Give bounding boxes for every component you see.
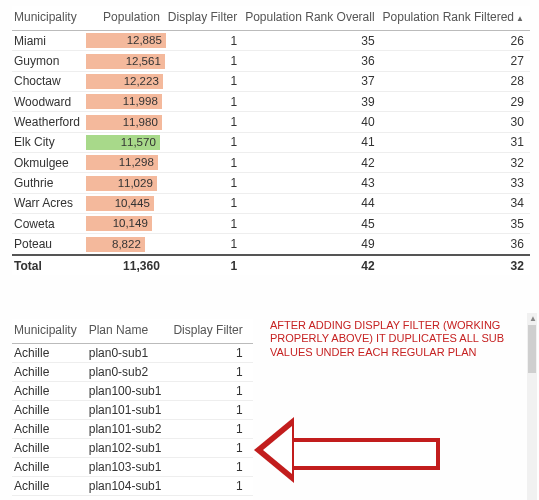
- cell-rank-filtered: 30: [381, 112, 530, 132]
- col-municipality[interactable]: Municipality: [12, 319, 87, 344]
- cell-rank-filtered: 34: [381, 193, 530, 213]
- table-row[interactable]: Achilleplan101-sub21: [12, 419, 253, 438]
- cell-filter: 1: [171, 381, 252, 400]
- cell-plan-name: plan102-sub1: [87, 438, 172, 457]
- sort-caret-icon: ▲: [516, 14, 524, 23]
- cell-plan-name: plan101-sub1: [87, 400, 172, 419]
- total-rank-filtered: 32: [381, 255, 530, 275]
- cell-rank-overall: 49: [243, 234, 380, 255]
- cell-municipality: Achille: [12, 400, 87, 419]
- cell-municipality: Elk City: [12, 132, 86, 152]
- cell-rank-filtered: 29: [381, 91, 530, 111]
- cell-municipality: Achille: [12, 362, 87, 381]
- cell-municipality: Achille: [12, 495, 87, 500]
- scroll-up-icon[interactable]: ▲: [529, 314, 537, 323]
- table-row[interactable]: Warr Acres10,44514434: [12, 193, 530, 213]
- table-row[interactable]: Miami12,88513526: [12, 31, 530, 51]
- cell-filter: 1: [171, 438, 252, 457]
- total-filter: 1: [166, 255, 243, 275]
- cell-filter: 1: [171, 400, 252, 419]
- arrow-annotation: [250, 421, 440, 479]
- cell-rank-overall: 35: [243, 31, 380, 51]
- table-row[interactable]: Woodward11,99813929: [12, 91, 530, 111]
- cell-population: 8,822: [86, 234, 166, 255]
- total-population: 11,360: [86, 255, 166, 275]
- cell-rank-overall: 44: [243, 193, 380, 213]
- cell-population: 12,561: [86, 51, 166, 71]
- table-row[interactable]: Achilleplan100-sub11: [12, 381, 253, 400]
- cell-population: 12,223: [86, 71, 166, 91]
- cell-municipality: Achille: [12, 438, 87, 457]
- cell-rank-filtered: 27: [381, 51, 530, 71]
- cell-plan-name: plan0-sub1: [87, 343, 172, 362]
- col-display-filter[interactable]: Display Filter: [166, 6, 243, 31]
- col-rank-overall[interactable]: Population Rank Overall: [243, 6, 380, 31]
- total-rank-overall: 42: [243, 255, 380, 275]
- table-row[interactable]: Achilleplan0-sub21: [12, 362, 253, 381]
- col-municipality[interactable]: Municipality: [12, 6, 86, 31]
- population-table: Municipality Population Display Filter P…: [12, 6, 530, 275]
- table-row[interactable]: Guthrie11,02914333: [12, 173, 530, 193]
- annotation-text: AFTER ADDING DISPLAY FILTER (WORKING PRO…: [270, 319, 510, 360]
- total-label: Total: [12, 255, 86, 275]
- table-row[interactable]: Achilleplan102-sub11: [12, 438, 253, 457]
- cell-population: 10,445: [86, 193, 166, 213]
- cell-filter: 1: [166, 51, 243, 71]
- cell-municipality: Achille: [12, 457, 87, 476]
- table-row[interactable]: Poteau8,82214936: [12, 234, 530, 255]
- cell-plan-name: plan104-sub2: [87, 495, 172, 500]
- table-row[interactable]: Coweta10,14914535: [12, 213, 530, 233]
- cell-municipality: Woodward: [12, 91, 86, 111]
- table-row[interactable]: Achilleplan104-sub21: [12, 495, 253, 500]
- cell-rank-filtered: 32: [381, 152, 530, 172]
- cell-municipality: Choctaw: [12, 71, 86, 91]
- col-population[interactable]: Population: [86, 6, 166, 31]
- cell-filter: 1: [166, 71, 243, 91]
- cell-population: 11,980: [86, 112, 166, 132]
- table-header-row: Municipality Plan Name Display Filter: [12, 319, 253, 344]
- bottom-region: AFTER ADDING DISPLAY FILTER (WORKING PRO…: [0, 313, 539, 500]
- cell-rank-filtered: 33: [381, 173, 530, 193]
- cell-municipality: Achille: [12, 476, 87, 495]
- cell-filter: 1: [166, 132, 243, 152]
- cell-municipality: Weatherford: [12, 112, 86, 132]
- cell-population: 10,149: [86, 213, 166, 233]
- table-row[interactable]: Achilleplan104-sub11: [12, 476, 253, 495]
- cell-municipality: Poteau: [12, 234, 86, 255]
- cell-population: 11,570: [86, 132, 166, 152]
- table-row[interactable]: Achilleplan0-sub11: [12, 343, 253, 362]
- cell-rank-overall: 40: [243, 112, 380, 132]
- cell-plan-name: plan0-sub2: [87, 362, 172, 381]
- cell-municipality: Miami: [12, 31, 86, 51]
- table-row[interactable]: Choctaw12,22313728: [12, 71, 530, 91]
- cell-plan-name: plan101-sub2: [87, 419, 172, 438]
- cell-filter: 1: [171, 457, 252, 476]
- total-row: Total 11,360 1 42 32: [12, 255, 530, 275]
- table-row[interactable]: Okmulgee11,29814232: [12, 152, 530, 172]
- cell-population: 11,298: [86, 152, 166, 172]
- cell-filter: 1: [166, 213, 243, 233]
- col-plan-name[interactable]: Plan Name: [87, 319, 172, 344]
- table-row[interactable]: Elk City11,57014131: [12, 132, 530, 152]
- table-row[interactable]: Guymon12,56113627: [12, 51, 530, 71]
- col-rank-filtered[interactable]: Population Rank Filtered▲: [381, 6, 530, 31]
- cell-rank-overall: 37: [243, 71, 380, 91]
- cell-filter: 1: [171, 362, 252, 381]
- vertical-scrollbar[interactable]: ▲ ▼: [527, 313, 537, 500]
- cell-filter: 1: [171, 495, 252, 500]
- cell-filter: 1: [166, 152, 243, 172]
- cell-municipality: Guymon: [12, 51, 86, 71]
- cell-municipality: Guthrie: [12, 173, 86, 193]
- cell-rank-filtered: 35: [381, 213, 530, 233]
- table-row[interactable]: Achilleplan103-sub11: [12, 457, 253, 476]
- cell-rank-overall: 41: [243, 132, 380, 152]
- table-row[interactable]: Weatherford11,98014030: [12, 112, 530, 132]
- scroll-thumb[interactable]: [528, 325, 536, 373]
- cell-municipality: Okmulgee: [12, 152, 86, 172]
- cell-municipality: Achille: [12, 343, 87, 362]
- table-row[interactable]: Achilleplan101-sub11: [12, 400, 253, 419]
- col-display-filter[interactable]: Display Filter: [171, 319, 252, 344]
- cell-rank-filtered: 26: [381, 31, 530, 51]
- cell-plan-name: plan104-sub1: [87, 476, 172, 495]
- cell-municipality: Coweta: [12, 213, 86, 233]
